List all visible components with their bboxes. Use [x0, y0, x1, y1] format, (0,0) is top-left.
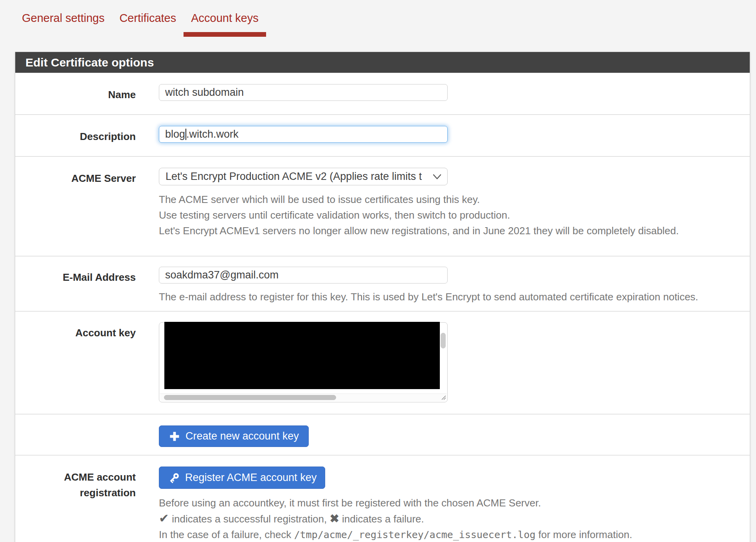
register-acme-account-key-button-label: Register ACME account key — [185, 472, 317, 484]
acme-server-help-line-2: Use testing servers until certificate va… — [159, 207, 738, 223]
key-icon — [167, 471, 181, 485]
panel-title: Edit Certificate options — [15, 52, 750, 73]
account-key-label: Account key — [15, 322, 136, 341]
acme-server-help-line-1: The ACME server which will be used to is… — [159, 192, 738, 207]
create-account-key-label-spacer — [15, 425, 136, 428]
row-name: Name — [15, 73, 750, 114]
email-address-help: The e-mail address to register for this … — [159, 289, 738, 305]
acme-server-help: The ACME server which will be used to is… — [159, 192, 738, 239]
acme-server-selected-option: Let's Encrypt Production ACME v2 (Applie… — [166, 170, 430, 183]
redacted-account-key — [164, 322, 440, 389]
acme-account-registration-label-line-2: registration — [15, 485, 136, 501]
row-acme-account-registration: ACME account registration Register A — [15, 455, 750, 542]
name-input[interactable] — [159, 84, 448, 101]
description-label: Description — [15, 126, 136, 144]
tab-bar: General settings Certificates Account ke… — [0, 0, 756, 37]
tab-certificates[interactable]: Certificates — [112, 9, 184, 37]
acme-account-registration-label-line-1: ACME account — [15, 469, 136, 485]
description-input[interactable]: blog.witch.work — [159, 126, 448, 143]
x-icon: ✖ — [329, 512, 339, 525]
registration-help-line-1: Before using an accountkey, it must firs… — [159, 495, 738, 511]
registration-help-line-3: In the case of a failure, check /tmp/acm… — [159, 527, 738, 542]
acme-server-select[interactable]: Let's Encrypt Production ACME v2 (Applie… — [159, 168, 448, 185]
acme-account-registration-label: ACME account registration — [15, 467, 136, 501]
registration-help: Before using an accountkey, it must firs… — [159, 495, 738, 542]
resize-handle-icon[interactable] — [440, 394, 446, 400]
name-label: Name — [15, 84, 136, 102]
page: General settings Certificates Account ke… — [0, 0, 756, 542]
create-account-key-button[interactable]: Create new account key — [159, 425, 309, 447]
email-address-input[interactable] — [159, 267, 448, 284]
log-path-code: /tmp/acme/_registerkey/acme_issuecert.lo… — [294, 529, 535, 540]
tab-account-keys[interactable]: Account keys — [184, 9, 266, 37]
email-address-label: E-Mail Address — [15, 267, 136, 285]
acme-server-help-line-3: Let's Encrypt ACMEv1 servers no longer a… — [159, 223, 738, 239]
registration-help-line-2: ✔ indicates a successful registration, ✖… — [159, 511, 738, 527]
plus-icon — [169, 431, 180, 442]
description-value-after-caret: .witch.work — [186, 128, 239, 140]
tab-general-settings[interactable]: General settings — [14, 9, 112, 37]
row-description: Description blog.witch.work — [15, 114, 750, 156]
account-key-textarea[interactable] — [159, 322, 448, 402]
acme-server-label: ACME Server — [15, 168, 136, 186]
chevron-down-icon — [432, 174, 442, 180]
row-create-account-key: Create new account key — [15, 414, 750, 455]
horizontal-scrollbar[interactable] — [160, 393, 446, 401]
row-acme-server: ACME Server Let's Encrypt Production ACM… — [15, 156, 750, 256]
register-acme-account-key-button[interactable]: Register ACME account key — [159, 467, 325, 489]
check-icon: ✔ — [159, 511, 169, 525]
create-account-key-button-label: Create new account key — [185, 430, 299, 442]
row-email-address: E-Mail Address The e-mail address to reg… — [15, 256, 750, 311]
horizontal-scrollbar-thumb[interactable] — [164, 395, 336, 400]
vertical-scrollbar-thumb[interactable] — [441, 333, 446, 348]
edit-certificate-options-panel: Edit Certificate options Name Descriptio… — [15, 52, 750, 542]
row-account-key: Account key — [15, 311, 750, 414]
description-value-before-caret: blog — [165, 128, 185, 140]
